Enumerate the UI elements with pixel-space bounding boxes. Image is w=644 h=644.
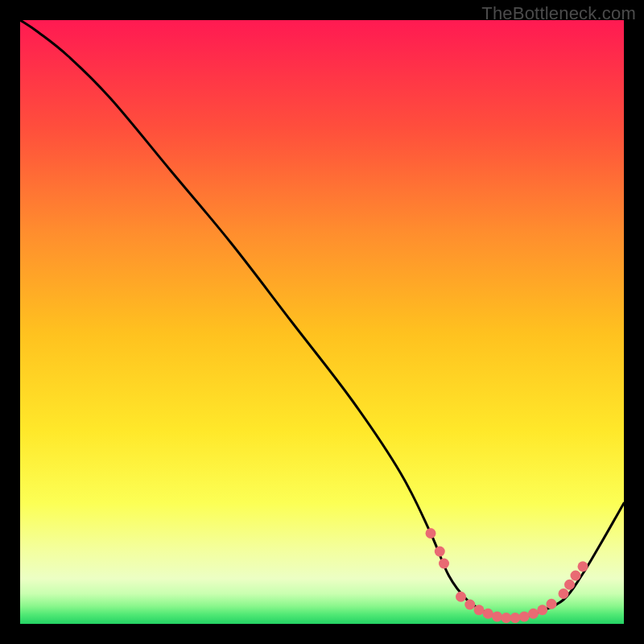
plot-area bbox=[20, 20, 624, 624]
highlight-dot bbox=[474, 605, 485, 615]
highlight-dot bbox=[492, 612, 502, 622]
highlight-dot bbox=[501, 613, 511, 623]
curve-layer bbox=[20, 20, 624, 624]
highlight-dot bbox=[571, 571, 581, 581]
highlight-dot bbox=[426, 528, 436, 539]
highlight-dot bbox=[559, 588, 569, 599]
highlight-dot bbox=[439, 559, 449, 569]
highlight-dot bbox=[528, 609, 539, 619]
highlight-dot bbox=[456, 592, 466, 602]
highlight-dot bbox=[519, 612, 530, 622]
highlight-dot bbox=[510, 613, 521, 623]
highlight-dot bbox=[483, 609, 493, 619]
highlight-dot bbox=[578, 561, 588, 572]
highlight-dot bbox=[464, 600, 475, 610]
bottleneck-curve bbox=[20, 20, 624, 619]
highlight-dot bbox=[435, 547, 445, 557]
highlight-dot bbox=[547, 599, 557, 609]
watermark-text: TheBottleneck.com bbox=[481, 3, 636, 24]
highlight-dot bbox=[564, 580, 575, 590]
highlight-dot bbox=[537, 605, 547, 615]
chart-stage: TheBottleneck.com bbox=[0, 0, 644, 644]
